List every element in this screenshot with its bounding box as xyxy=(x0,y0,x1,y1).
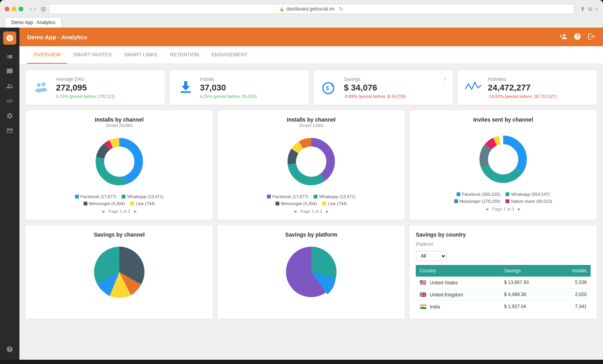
address-bar[interactable]: 🔒 dashboard.getsocial.im ↻ xyxy=(49,4,574,14)
dashboard: Average DAU 272,095 0.73% (period before… xyxy=(19,64,603,360)
new-tab-button[interactable]: + xyxy=(595,6,598,12)
stat-label-installs: Installs xyxy=(200,77,302,82)
pie-wrap-2 xyxy=(224,238,399,306)
stat-card-installs: Installs 37,030 4.25% (period before: 35… xyxy=(170,70,309,105)
donut-wrap-1 xyxy=(32,131,207,192)
app-logo[interactable] xyxy=(3,31,16,45)
logout-button[interactable] xyxy=(587,33,595,42)
bottom-row: Savings by channel xyxy=(26,225,597,319)
chart-installs-smart-invites: Installs by channel Smart Invites xyxy=(26,110,213,220)
svg-text:$: $ xyxy=(326,85,329,91)
chart-invites-by-channel: Invites sent by channel xyxy=(410,110,597,220)
dau-icon xyxy=(33,79,51,97)
help-icon xyxy=(6,346,13,353)
sidebar-item-analytics[interactable] xyxy=(3,50,16,63)
add-user-button[interactable] xyxy=(559,33,567,42)
chart-title-3: Invites sent by channel xyxy=(416,117,591,123)
prev-page-3[interactable]: ◄ xyxy=(485,207,489,211)
sidebar-item-settings[interactable] xyxy=(3,109,16,122)
browser-tab[interactable]: Demo App · Analytics xyxy=(5,17,62,28)
browser-dots xyxy=(5,7,23,11)
legend-item: Native share (90,013) xyxy=(505,199,552,204)
installs-cell-us: 5,539 xyxy=(554,277,591,289)
activities-icon xyxy=(465,79,483,97)
share-button[interactable]: ⬆ xyxy=(580,6,585,12)
sidebar-item-billing[interactable] xyxy=(3,124,16,137)
legend-row-1b: Messenger (4,304) Line (734) xyxy=(32,201,207,206)
donut-wrap-3 xyxy=(416,129,591,190)
header-row: Country Savings Installs xyxy=(416,265,591,277)
tab-engagement[interactable]: ENGAGEMENT xyxy=(205,46,253,64)
sidebar-item-links[interactable] xyxy=(3,94,16,108)
sidebar-item-help[interactable] xyxy=(3,343,16,356)
stat-change-activities: -14.82% (period before: 28,731,527) xyxy=(488,94,590,99)
top-header: Demo App - Analytics xyxy=(19,28,603,46)
chart-title-2: Installs by channel xyxy=(224,117,399,123)
browser-chrome: ‹ › ⊞ 🔒 dashboard.getsocial.im ↻ ⬆ ⧉ + D… xyxy=(0,0,603,28)
chart-subtitle-2: Smart Links xyxy=(224,123,399,128)
platform-select[interactable]: All iOS Android xyxy=(416,251,447,261)
tab-retention[interactable]: RETENTION xyxy=(164,46,205,64)
page-layout-button[interactable]: ⊞ xyxy=(41,5,46,13)
refresh-icon[interactable]: ↻ xyxy=(339,6,343,12)
tab-smart-links[interactable]: SMART LINKS xyxy=(118,46,164,64)
svg-text:$: $ xyxy=(331,83,334,87)
next-page-1[interactable]: ► xyxy=(133,209,138,214)
sidebar-item-messages[interactable] xyxy=(3,65,16,78)
prev-page-1[interactable]: ◄ xyxy=(101,209,105,214)
svg-point-0 xyxy=(37,83,41,87)
table-row: 🇮🇳 India $ 1,927.04 7,341 xyxy=(416,301,591,313)
next-page-3[interactable]: ► xyxy=(517,207,521,211)
savings-platform-title: Savings by platform xyxy=(224,232,399,238)
help-header-button[interactable] xyxy=(573,33,581,42)
chart-savings-platform: Savings by platform xyxy=(218,225,405,319)
maximize-button[interactable] xyxy=(19,7,23,11)
legend-item: Facebook (17,677) xyxy=(267,194,308,199)
stat-card-savings: $ $ Savings $ 34,076 -0.88% (period befo… xyxy=(314,70,453,105)
table-row: 🇬🇧 United Kingdom $ 4,488.38 2,020 xyxy=(416,289,591,301)
back-button[interactable]: ‹ xyxy=(30,5,31,12)
duplicate-button[interactable]: ⧉ xyxy=(588,6,592,12)
close-button[interactable] xyxy=(5,7,9,11)
stat-change-dau: 0.73% (period before: 270,122) xyxy=(56,94,158,99)
col-savings: Savings xyxy=(500,265,554,277)
sidebar-item-users[interactable] xyxy=(3,80,16,93)
legend-item: Messenger (4,304) xyxy=(84,201,125,206)
stat-info-activities: Activities 24,472,277 -14.82% (period be… xyxy=(488,77,590,99)
chart-legend-2: Facebook (17,677) Whatsapp (13,471) Mess… xyxy=(224,194,399,206)
stat-card-activities: Activities 24,472,277 -14.82% (period be… xyxy=(458,70,597,105)
minimize-button[interactable] xyxy=(12,7,16,11)
svg-point-13 xyxy=(105,148,133,176)
installs-icon xyxy=(177,79,195,97)
country-cell: 🇺🇸 United States xyxy=(416,277,500,289)
forward-button[interactable]: › xyxy=(34,5,36,12)
stat-label-dau: Average DAU xyxy=(56,77,158,82)
tab-smart-invites[interactable]: SMART INVITES xyxy=(67,46,118,64)
donut-svg-1 xyxy=(92,134,146,189)
legend-pagination-1: ◄ Page 1 of 3 ► xyxy=(32,209,207,214)
savings-channel-title: Savings by channel xyxy=(32,232,207,238)
analytics-icon xyxy=(6,53,13,60)
stat-info-installs: Installs 37,030 4.25% (period before: 35… xyxy=(200,77,302,99)
header-actions xyxy=(559,33,595,42)
stat-label-savings: Savings xyxy=(344,77,437,82)
svg-point-1 xyxy=(42,82,45,86)
legend-item: Whatsapp (554,547) xyxy=(505,192,550,197)
stat-value-savings: $ 34,076 xyxy=(344,83,437,93)
platform-filter: Platform xyxy=(416,242,591,247)
next-page-2[interactable]: ► xyxy=(325,209,329,214)
legend-dot xyxy=(75,195,79,199)
legend-dot xyxy=(454,199,458,203)
country-cell: 🇬🇧 United Kingdom xyxy=(416,289,500,301)
installs-cell-in: 7,341 xyxy=(554,301,591,313)
messages-icon xyxy=(6,68,13,75)
help-savings-icon[interactable]: ? xyxy=(443,77,446,83)
savings-country-title: Savings by country xyxy=(416,232,591,238)
prev-page-2[interactable]: ◄ xyxy=(293,209,297,214)
legend-row-3: Facebook (565,520) Whatsapp (554,547) xyxy=(416,192,591,197)
tab-overview[interactable]: OVERVIEW xyxy=(27,46,67,64)
flag-us: 🇺🇸 xyxy=(420,279,426,286)
legend-dot xyxy=(267,195,271,199)
savings-cell-in: $ 1,927.04 xyxy=(500,301,554,313)
browser-tabbar: Demo App · Analytics xyxy=(5,17,598,28)
